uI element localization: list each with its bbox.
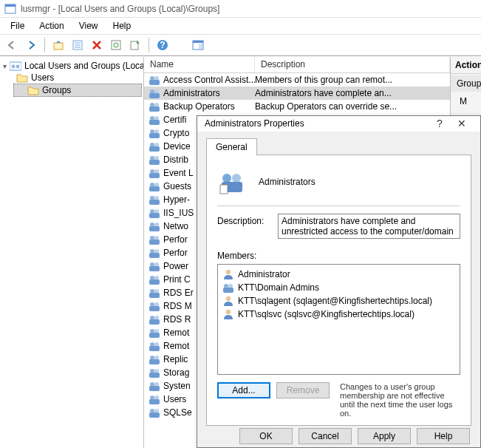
svg-rect-2	[54, 43, 63, 50]
svg-rect-14	[199, 44, 202, 49]
row-name: RDS M	[163, 301, 192, 311]
member-item[interactable]: KTT\sqlagent (sqlagent@Kingfishertechtip…	[221, 294, 457, 308]
menu-help[interactable]: Help	[106, 19, 139, 33]
member-item[interactable]: KTT\sqlsvc (sqlsvc@Kingfishertechtips.lo…	[221, 308, 457, 321]
row-name: Perfor	[163, 234, 188, 245]
cancel-button[interactable]: Cancel	[299, 428, 352, 444]
svg-rect-95	[149, 413, 160, 418]
collapse-icon[interactable]: ▾	[3, 62, 7, 70]
folder-icon	[27, 85, 39, 95]
refresh-button[interactable]	[107, 36, 125, 54]
help-button[interactable]: ?	[154, 36, 171, 54]
folder-icon	[16, 72, 28, 83]
group-icon	[149, 287, 160, 299]
list-row[interactable]: Access Control Assist...Members of this …	[144, 73, 450, 86]
tree-node-groups[interactable]: Groups	[13, 84, 142, 97]
tree-pane[interactable]: ▾ Local Users and Groups (Local) Users G…	[0, 57, 144, 448]
actions-more[interactable]: M	[451, 93, 481, 109]
group-icon	[149, 127, 160, 139]
description-input[interactable]	[278, 214, 460, 239]
member-item[interactable]: Administrator	[221, 268, 457, 281]
tab-panel: Administrators Description: Members: Adm…	[206, 155, 471, 426]
group-icon	[149, 327, 160, 339]
tree-root[interactable]: ▾ Local Users and Groups (Local)	[0, 60, 143, 72]
members-list[interactable]: AdministratorKTT\Domain AdminsKTT\sqlage…	[217, 264, 460, 375]
properties-button[interactable]	[69, 36, 86, 54]
apply-button[interactable]: Apply	[358, 428, 411, 444]
row-name: SQLSe	[163, 407, 192, 418]
list-row[interactable]: AdministratorsAdministrators have comple…	[144, 86, 450, 100]
group-icon	[149, 340, 160, 352]
description-label: Description:	[217, 214, 269, 239]
close-icon[interactable]: ✕	[451, 118, 473, 129]
menu-file[interactable]: File	[3, 19, 32, 33]
group-icon	[149, 313, 160, 325]
group-icon	[149, 367, 160, 379]
menu-view[interactable]: View	[72, 19, 106, 33]
show-hide-button[interactable]	[189, 36, 207, 54]
svg-rect-50	[149, 213, 160, 218]
group-icon	[149, 247, 160, 259]
window-title: lusrmgr - [Local Users and Groups (Local…	[21, 4, 219, 14]
members-label: Members:	[217, 251, 460, 261]
tree-node-label: Users	[31, 72, 54, 83]
row-name: Distrib	[163, 155, 188, 165]
group-icon	[149, 274, 160, 285]
remove-button[interactable]: Remove	[276, 382, 330, 398]
svg-rect-80	[149, 346, 160, 351]
list-row[interactable]: Backup OperatorsBackup Operators can ove…	[144, 100, 450, 113]
tree-node-users[interactable]: Users	[0, 72, 143, 84]
export-button[interactable]	[126, 36, 144, 54]
row-desc: Backup Operators can override se...	[255, 101, 447, 112]
svg-rect-89	[149, 386, 160, 391]
titlebar: lusrmgr - [Local Users and Groups (Local…	[0, 0, 481, 18]
svg-rect-23	[149, 93, 160, 98]
column-name[interactable]: Name	[144, 57, 255, 72]
svg-rect-59	[149, 253, 160, 258]
svg-point-96	[222, 174, 231, 183]
group-icon	[149, 393, 160, 405]
row-name: Print C	[163, 274, 191, 285]
dialog-help-icon[interactable]: ?	[429, 118, 451, 129]
group-icon	[149, 101, 160, 112]
row-name: Systen	[163, 381, 191, 391]
svg-rect-32	[149, 133, 160, 138]
membership-note: Changes to a user's group membership are…	[335, 382, 460, 418]
svg-rect-74	[149, 319, 160, 325]
row-name: Crypto	[163, 128, 189, 138]
column-description[interactable]: Description	[255, 57, 450, 72]
row-name: Users	[163, 394, 186, 404]
forward-button[interactable]	[22, 36, 40, 54]
menu-action[interactable]: Action	[32, 19, 71, 33]
back-button[interactable]	[3, 36, 21, 54]
help-button-dlg[interactable]: Help	[417, 428, 470, 444]
group-icon	[149, 260, 160, 272]
svg-point-16	[12, 65, 16, 69]
row-name: Remot	[163, 341, 189, 351]
svg-rect-1	[5, 4, 16, 7]
tab-general[interactable]: General	[206, 138, 257, 155]
delete-button[interactable]	[88, 36, 106, 54]
dialog-titlebar[interactable]: Administrators Properties ? ✕	[197, 116, 480, 132]
svg-point-17	[16, 65, 20, 69]
member-label: KTT\Domain Admins	[238, 282, 319, 293]
svg-rect-20	[149, 80, 160, 85]
group-icon	[149, 87, 160, 99]
actions-group[interactable]: Groups	[451, 75, 481, 92]
ok-button[interactable]: OK	[239, 428, 293, 444]
group-icon	[149, 194, 160, 206]
row-name: Netwo	[163, 221, 188, 231]
row-name: Administrators	[163, 88, 220, 98]
group-icon	[149, 220, 160, 232]
svg-rect-65	[149, 279, 160, 285]
group-icon	[149, 353, 160, 365]
member-item[interactable]: KTT\Domain Admins	[221, 281, 457, 294]
row-name: Hyper-	[163, 194, 190, 205]
svg-rect-99	[220, 185, 228, 194]
group-icon	[149, 207, 160, 219]
svg-rect-38	[149, 160, 160, 165]
svg-rect-13	[193, 41, 203, 43]
add-button[interactable]: Add...	[217, 382, 270, 398]
group-icon	[149, 407, 160, 418]
up-button[interactable]	[50, 36, 67, 54]
